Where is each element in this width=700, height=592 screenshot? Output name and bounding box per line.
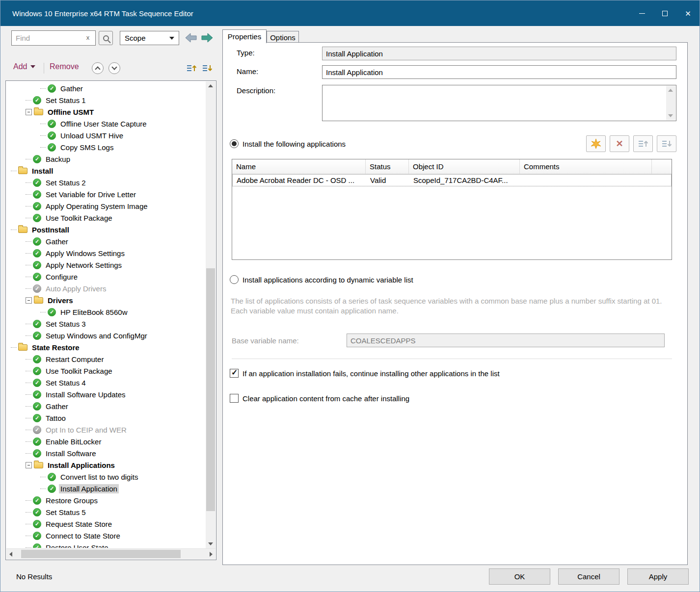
tree-item[interactable]: Restore User State: [7, 541, 205, 548]
tree-item[interactable]: Gather: [7, 235, 205, 247]
tree-item[interactable]: Restore Groups: [7, 494, 205, 506]
tree-item[interactable]: Apply Operating System Image: [7, 200, 205, 212]
tree-item[interactable]: Set Variable for Drive Letter: [7, 188, 205, 200]
tree-item[interactable]: Setup Windows and ConfigMgr: [7, 330, 205, 341]
reorder-up-button[interactable]: [186, 62, 197, 74]
close-icon: ✕: [685, 10, 691, 17]
cancel-button[interactable]: Cancel: [558, 568, 619, 585]
ok-button[interactable]: OK: [489, 568, 550, 585]
maximize-button[interactable]: [653, 0, 676, 26]
tree-item[interactable]: State Restore: [7, 341, 205, 353]
tree-item[interactable]: Install Application: [7, 483, 205, 494]
tree-item[interactable]: Unload USMT Hive: [7, 129, 205, 141]
tree-item[interactable]: Set Status 5: [7, 506, 205, 518]
group-folder-icon: [34, 109, 43, 115]
tree-item[interactable]: Install Software: [7, 447, 205, 459]
tree-horizontal-scrollbar[interactable]: [6, 548, 215, 559]
tree-vertical-scrollbar[interactable]: [206, 81, 215, 548]
search-icon: [103, 35, 109, 41]
scroll-left-icon[interactable]: [9, 552, 12, 557]
tree-item[interactable]: Tattoo: [7, 412, 205, 424]
tree-item[interactable]: Use Toolkit Package: [7, 365, 205, 377]
tree-item[interactable]: Offline USMT: [7, 106, 205, 118]
table-column-header[interactable]: Name: [232, 159, 366, 174]
table-row[interactable]: Adobe Acrobat Reader DC - OSD ...ValidSc…: [232, 174, 672, 186]
tree-item[interactable]: Configure: [7, 271, 205, 283]
tree-item[interactable]: Drivers: [7, 294, 205, 306]
tree-item[interactable]: Set Status 2: [7, 177, 205, 188]
scroll-right-icon[interactable]: [210, 552, 213, 557]
tree-item[interactable]: Auto Apply Drivers: [7, 283, 205, 294]
tree-item[interactable]: Set Status 1: [7, 94, 205, 106]
collapse-expander-icon[interactable]: [26, 462, 32, 468]
tree-item[interactable]: Request State Store: [7, 518, 205, 530]
find-next-button[interactable]: [199, 31, 215, 44]
tree-connector: [40, 312, 46, 312]
move-step-down-button[interactable]: [108, 62, 120, 74]
step-check-icon: [33, 449, 41, 458]
tree-item[interactable]: Gather: [7, 82, 205, 94]
horizontal-scroll-thumb[interactable]: [21, 550, 181, 558]
tree-item[interactable]: Set Status 4: [7, 377, 205, 388]
tree-item[interactable]: Copy SMS Logs: [7, 141, 205, 153]
tree-item[interactable]: Connect to State Store: [7, 530, 205, 541]
scroll-up-icon[interactable]: [208, 84, 213, 87]
move-up-icon: [187, 64, 196, 73]
table-column-header[interactable]: Comments: [520, 159, 652, 174]
search-button[interactable]: [99, 31, 113, 45]
scroll-down-icon[interactable]: [668, 114, 673, 117]
tree-item[interactable]: Offline User State Capture: [7, 118, 205, 129]
apply-button[interactable]: Apply: [627, 568, 689, 585]
add-button[interactable]: Add: [13, 62, 35, 71]
tree-item[interactable]: Backup: [7, 153, 205, 165]
clear-cache-checkbox[interactable]: [230, 394, 239, 403]
tree-item[interactable]: Install Software Updates: [7, 388, 205, 400]
scope-dropdown[interactable]: Scope: [120, 31, 179, 45]
tree-item[interactable]: Install: [7, 165, 205, 177]
description-scrollbar[interactable]: [666, 86, 675, 120]
collapse-expander-icon[interactable]: [26, 297, 32, 304]
tree-item[interactable]: Opt In to CEIP and WER: [7, 424, 205, 436]
collapse-all-icon: [95, 66, 100, 72]
find-previous-button[interactable]: [183, 31, 198, 44]
tree-item[interactable]: Install Applications: [7, 459, 205, 471]
tree-item[interactable]: Use Toolkit Package: [7, 212, 205, 224]
new-application-button[interactable]: [586, 135, 606, 152]
close-button[interactable]: ✕: [676, 0, 700, 26]
move-application-up-button[interactable]: [633, 135, 653, 152]
tree-item[interactable]: Apply Windows Settings: [7, 247, 205, 259]
reorder-down-button[interactable]: [201, 62, 213, 74]
tree-connector: [26, 159, 31, 159]
tree-item[interactable]: Set Status 3: [7, 318, 205, 330]
tree-item[interactable]: Restart Computer: [7, 353, 205, 365]
tree-item[interactable]: Convert list to two digits: [7, 471, 205, 483]
tab-properties[interactable]: Properties: [222, 29, 267, 43]
tree-item[interactable]: Enable BitLocker: [7, 436, 205, 447]
move-step-up-button[interactable]: [92, 62, 104, 74]
tree-item[interactable]: HP EliteBook 8560w: [7, 306, 205, 318]
tree-item-label: Set Status 5: [44, 508, 87, 517]
remove-button[interactable]: Remove: [50, 62, 79, 71]
table-column-header[interactable]: Status: [366, 159, 409, 174]
vertical-scroll-thumb[interactable]: [206, 268, 215, 511]
scroll-up-icon[interactable]: [668, 89, 673, 92]
name-field[interactable]: [322, 65, 676, 79]
scroll-down-icon[interactable]: [208, 542, 213, 545]
find-clear-icon[interactable]: x: [84, 34, 92, 41]
minimize-button[interactable]: [630, 0, 653, 26]
table-column-header[interactable]: Object ID: [409, 159, 520, 174]
tab-options[interactable]: Options: [267, 31, 299, 43]
dynamic-variable-list-radio[interactable]: [230, 275, 239, 284]
continue-on-fail-checkbox[interactable]: [230, 369, 239, 378]
install-following-apps-radio[interactable]: [230, 139, 239, 148]
tree-item[interactable]: Gather: [7, 400, 205, 412]
tree-connector: [26, 430, 31, 430]
tree-item[interactable]: Apply Network Settings: [7, 259, 205, 271]
find-input[interactable]: [11, 30, 96, 46]
delete-application-button[interactable]: ✕: [610, 135, 629, 152]
move-application-down-button[interactable]: [657, 135, 676, 152]
tree-item[interactable]: PostInstall: [7, 224, 205, 235]
description-field[interactable]: [322, 85, 676, 121]
collapse-expander-icon[interactable]: [26, 109, 32, 115]
table-column-filler: [652, 159, 672, 174]
